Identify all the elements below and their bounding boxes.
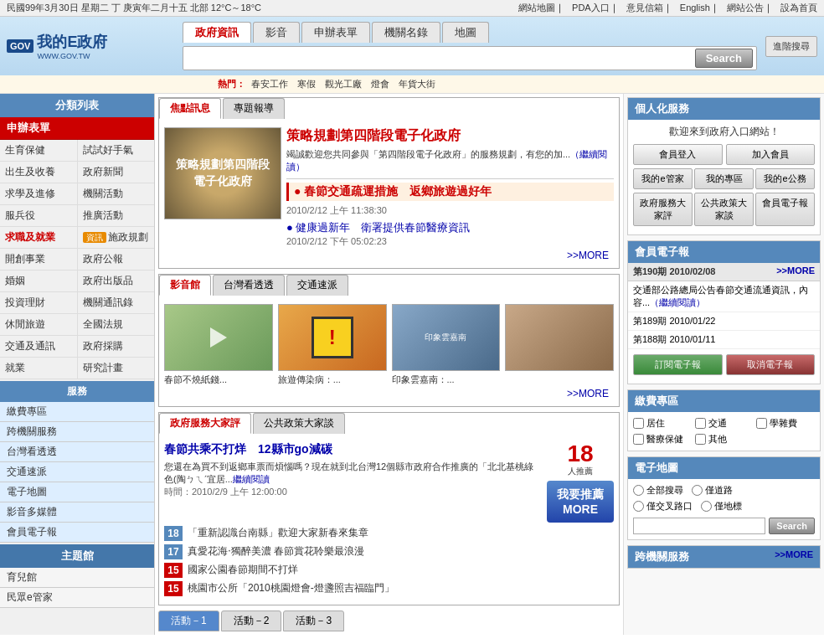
sidebar-item-birth-adopt[interactable]: 出生及收養	[0, 162, 78, 183]
news-featured-title[interactable]: 策略規劃第四階段電子化政府	[286, 127, 614, 145]
public-policy-btn[interactable]: 公共政策大家談	[694, 193, 754, 226]
sidebar-item-business[interactable]: 開創事業	[0, 249, 78, 270]
pay-check-other[interactable]	[695, 434, 706, 445]
activity-tab-3[interactable]: 活動－3	[283, 611, 344, 631]
recommend-button[interactable]: 我要推薦 MORE	[547, 481, 614, 523]
my-emanager[interactable]: 我的e管家	[633, 168, 693, 189]
policy-read-more[interactable]: 繼續閱讀	[233, 474, 270, 484]
sidebar-item-jobs[interactable]: 求職及就業	[0, 227, 78, 248]
sidebar-item-finance[interactable]: 投資理財	[0, 292, 78, 313]
map-search-button[interactable]: Search	[769, 518, 815, 534]
login-button[interactable]: 會員登入	[633, 144, 723, 165]
tab-gov-service-review[interactable]: 政府服務大家評	[159, 413, 251, 434]
activity-tab-2[interactable]: 活動－2	[221, 611, 282, 631]
news-item-1-title[interactable]: ● 春節交通疏運措施 返鄉旅遊過好年	[294, 184, 492, 198]
sidebar-newsletter[interactable]: 會員電子報	[0, 523, 154, 543]
sidebar-cross-agency[interactable]: 跨機關服務	[0, 422, 154, 442]
news-read-more[interactable]: （繼續閱讀）	[286, 149, 607, 172]
pda-link[interactable]: PDA入口	[572, 3, 610, 13]
unsubscribe-button[interactable]: 取消電子報	[726, 354, 816, 375]
sidebar-theme-title[interactable]: 主題館	[0, 544, 154, 568]
feedback-link[interactable]: 意見信箱	[626, 3, 663, 13]
sidebar-item-contacts[interactable]: 機關通訊錄	[78, 292, 155, 313]
num-text-1[interactable]: 「重新認識台南縣」歡迎大家新春來集章	[188, 526, 368, 540]
nav-tab-forms[interactable]: 申辦表單	[301, 22, 370, 43]
sidebar-item-gov-news[interactable]: 政府新聞	[78, 162, 155, 183]
sidebar-traffic[interactable]: 交通速派	[0, 462, 154, 482]
sidebar-item-marriage[interactable]: 婚姻	[0, 270, 78, 291]
nav-tab-agencies[interactable]: 機關名錄	[372, 22, 440, 43]
hot-link-3[interactable]: 觀光工廠	[325, 79, 362, 89]
sidebar-item-birth-health[interactable]: 生育保健	[0, 140, 78, 161]
main-search-input[interactable]	[187, 51, 692, 66]
sidebar-item-promotion[interactable]: 推廣活動	[78, 205, 155, 226]
advanced-search-button[interactable]: 進階搜尋	[765, 36, 817, 57]
map-radio-intersection[interactable]	[633, 501, 644, 512]
sidebar-item-transport[interactable]: 交通及通訊	[0, 336, 78, 357]
my-eoffice[interactable]: 我的e公務	[755, 168, 815, 189]
tab-news-focus[interactable]: 焦點訊息	[159, 98, 221, 119]
hot-link-5[interactable]: 年貨大街	[399, 79, 435, 89]
english-link[interactable]: English	[680, 3, 710, 13]
video-thumb-2[interactable]: !	[278, 304, 387, 371]
pay-check-medical[interactable]	[633, 434, 644, 445]
sidebar-item-travel[interactable]: 休閒旅遊	[0, 314, 78, 335]
sidebar-item-gov-gazette[interactable]: 政府公報	[78, 249, 155, 270]
news-item-2-title[interactable]: ● 健康過新年 衛署提供春節醫療資訊	[286, 221, 470, 234]
hot-link-4[interactable]: 燈會	[371, 79, 389, 89]
sidebar-payment[interactable]: 繳費專區	[0, 402, 154, 422]
activity-tab-1[interactable]: 活動－1	[158, 611, 219, 631]
register-button[interactable]: 加入會員	[726, 144, 816, 165]
main-search-button[interactable]: Search	[695, 49, 753, 68]
video-thumb-1[interactable]	[164, 304, 273, 371]
sidebar-active-cat[interactable]: 申辦表單	[0, 117, 154, 140]
hot-link-2[interactable]: 寒假	[297, 79, 316, 89]
video-thumb-3[interactable]: 印象雲嘉南	[392, 304, 501, 371]
tab-traffic-news[interactable]: 交通速派	[286, 275, 348, 296]
pay-check-residence[interactable]	[633, 418, 644, 429]
news-more-link[interactable]: >>MORE	[286, 248, 614, 263]
sidebar-item-publications[interactable]: 政府出版品	[78, 270, 155, 291]
tab-public-policy[interactable]: 公共政策大家談	[253, 413, 345, 434]
newsletter-read-more[interactable]: （繼續閱讀）	[650, 297, 705, 307]
policy-title[interactable]: 春節共乘不打烊 12縣市go減碳	[164, 442, 540, 457]
member-newsletter-btn[interactable]: 會員電子報	[755, 193, 815, 226]
sidebar-item-military[interactable]: 服兵役	[0, 205, 78, 226]
hot-link-1[interactable]: 春安工作	[251, 79, 288, 89]
num-text-2[interactable]: 真愛花海‧獨醉美濃 春節賞花聆樂最浪漫	[188, 544, 364, 559]
cross-more-link[interactable]: >>MORE	[775, 549, 813, 564]
sidebar-taiwan-transparent[interactable]: 台灣看透透	[0, 442, 154, 462]
num-text-4[interactable]: 桃園市公所「2010桃園燈會-燈盞照吉福臨門」	[188, 581, 394, 595]
map-radio-road[interactable]	[692, 485, 703, 496]
sidebar-emap[interactable]: 電子地圖	[0, 482, 154, 502]
issue-190-more[interactable]: >>MORE	[776, 265, 815, 278]
sidebar-theme-nursery[interactable]: 育兒館	[0, 568, 154, 588]
sidebar-multimedia[interactable]: 影音多媒體	[0, 502, 154, 523]
sitemap-link[interactable]: 網站地圖	[518, 3, 555, 13]
sidebar-item-agency-activity[interactable]: 機關活動	[78, 183, 155, 204]
sidebar-item-lucky[interactable]: 試試好手氣	[78, 140, 155, 161]
my-zone[interactable]: 我的專區	[694, 168, 754, 189]
nav-tab-map[interactable]: 地圖	[442, 22, 489, 43]
sidebar-theme-citizen[interactable]: 民眾e管家	[0, 588, 154, 608]
map-search-input[interactable]	[633, 518, 765, 534]
sidebar-item-laws[interactable]: 全國法規	[78, 314, 155, 335]
homepage-link[interactable]: 設為首頁	[780, 3, 817, 13]
map-radio-landmark[interactable]	[701, 501, 712, 512]
tab-video-main[interactable]: 影音館	[159, 275, 211, 296]
num-text-3[interactable]: 國家公園春節期間不打烊	[188, 563, 298, 577]
sidebar-item-education[interactable]: 求學及進修	[0, 183, 78, 204]
sidebar-item-research[interactable]: 研究計畫	[78, 358, 155, 379]
map-radio-all[interactable]	[633, 485, 644, 496]
video-more-link[interactable]: >>MORE	[164, 386, 614, 401]
video-thumb-4[interactable]	[505, 304, 614, 371]
sidebar-item-employment[interactable]: 就業	[0, 358, 78, 379]
tab-taiwan-see[interactable]: 台灣看透透	[213, 275, 285, 296]
pay-check-transport[interactable]	[695, 418, 706, 429]
subscribe-button[interactable]: 訂閱電子報	[633, 354, 723, 375]
pay-check-tuition[interactable]	[756, 418, 767, 429]
notice-link[interactable]: 網站公告	[727, 3, 764, 13]
gov-service-review-btn[interactable]: 政府服務大家評	[633, 193, 693, 226]
nav-tab-gov-info[interactable]: 政府資訊	[183, 22, 251, 43]
tab-news-feature[interactable]: 專題報導	[223, 98, 285, 119]
